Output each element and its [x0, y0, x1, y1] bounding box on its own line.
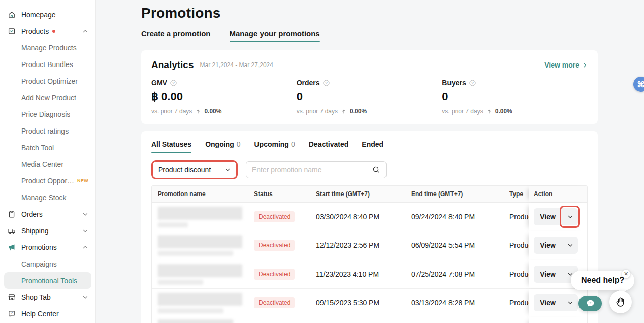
hand-cursor-icon — [609, 291, 632, 313]
promotion-search-input[interactable] — [252, 166, 372, 174]
sidebar-item-manage-products[interactable]: Manage Products — [0, 39, 95, 56]
sidebar-item-media-center[interactable]: Media Center — [0, 156, 95, 172]
sidebar-item-add-new-product[interactable]: Add New Product — [0, 89, 95, 106]
column-header-type: Type — [503, 186, 529, 202]
command-icon: ⌘ — [637, 80, 644, 89]
status-tab-label: Ended — [362, 140, 383, 148]
chevron-down-icon — [82, 294, 88, 300]
promotion-type-value: Product discount — [158, 166, 211, 174]
chevron-down-icon — [567, 242, 573, 248]
start-time: 11/23/2023 4:10 PM — [310, 260, 405, 288]
redacted-promotion-name — [158, 235, 242, 256]
status-tab-deactivated[interactable]: Deactivated — [309, 140, 349, 153]
metric-orders: Orders ? 0 vs. prior 7 days 0.00% — [297, 79, 442, 115]
metric-label: GMV — [151, 79, 167, 87]
start-time: 12/12/2023 2:56 PM — [310, 231, 405, 260]
table-row: Deactivated 12/12/2023 2:56 PM 06/09/202… — [152, 231, 587, 260]
svg-text:?: ? — [325, 81, 328, 85]
metric-value: ฿ 0.00 — [151, 90, 297, 103]
chevron-down-icon — [567, 300, 573, 306]
sidebar-item-label: Orders — [21, 210, 43, 218]
view-button[interactable]: View — [534, 266, 562, 283]
chevron-right-icon — [582, 62, 588, 68]
sidebar-item-price-diagnosis[interactable]: Price Diagnosis — [0, 106, 95, 122]
sidebar-item-promotional-tools[interactable]: Promotional Tools — [4, 272, 91, 289]
status-tab-label: All Statuses — [151, 140, 191, 148]
view-button[interactable]: View — [534, 237, 562, 254]
view-more-label: View more — [544, 61, 579, 69]
analytics-card: Analytics Mar 21,2024 - Mar 27,2024 View… — [141, 50, 598, 124]
promotion-type: Product discount — [503, 260, 529, 288]
shop-icon — [7, 293, 16, 301]
column-header-start-time: Start time (GMT+7) — [310, 186, 405, 202]
tab-create-a-promotion[interactable]: Create a promotion — [141, 29, 211, 42]
status-tab-count: 0 — [291, 140, 295, 148]
column-header-action: Action — [529, 186, 587, 202]
row-actions-dropdown-button[interactable] — [562, 294, 578, 311]
chevron-up-icon — [82, 28, 88, 34]
column-header-promotion-name: Promotion name — [152, 186, 248, 202]
table-row: 09.54.47 Deactivated 09/05/2023 12:54 PM… — [152, 317, 587, 323]
status-tab-ongoing[interactable]: Ongoing0 — [205, 140, 240, 153]
chevron-up-icon — [82, 244, 88, 250]
view-button[interactable]: View — [534, 294, 562, 311]
status-tab-all-statuses[interactable]: All Statuses — [151, 140, 191, 153]
row-actions-dropdown-button[interactable] — [562, 208, 578, 225]
search-icon[interactable] — [372, 166, 380, 174]
promotion-type-select[interactable]: Product discount — [153, 162, 236, 177]
promotions-tabs: Create a promotion Manage your promotion… — [141, 29, 598, 42]
sidebar-item-shop-tab[interactable]: Shop Tab — [0, 289, 95, 305]
help-circle-icon[interactable]: ? — [170, 80, 177, 86]
sidebar-item-label: Help Center — [21, 310, 59, 318]
sidebar-item-product-bundles[interactable]: Product Bundles — [0, 56, 95, 73]
redacted-promotion-name — [158, 293, 242, 313]
close-help-button[interactable]: ✕ — [622, 270, 630, 278]
arrow-up-icon — [341, 109, 346, 114]
chat-support-button[interactable] — [578, 296, 602, 311]
sidebar-item-label: Product ratings — [21, 127, 69, 135]
sidebar-item-campaigns[interactable]: Campaigns — [0, 255, 95, 272]
sidebar-item-label: Promotions — [21, 243, 57, 251]
help-center-icon: ? — [7, 309, 16, 318]
table-row: Deactivated 09/15/2023 5:30 PM 03/13/202… — [152, 289, 587, 317]
sidebar-item-product-opportunities[interactable]: Product Opportuniti... NEW — [0, 172, 95, 189]
sidebar-item-batch-tool[interactable]: Batch Tool — [0, 139, 95, 156]
row-actions-dropdown-button[interactable] — [562, 237, 578, 254]
sidebar-item-help-center[interactable]: ? Help Center — [0, 305, 95, 322]
analytics-title: Analytics — [151, 59, 194, 71]
sidebar-item-label: Homepage — [21, 11, 56, 19]
sidebar-item-label: Product Opportuniti... — [21, 177, 75, 185]
status-tabs: All Statuses Ongoing0 Upcoming0 Deactiva… — [151, 140, 588, 153]
sidebar-item-homepage[interactable]: Homepage — [0, 6, 95, 23]
help-circle-icon[interactable]: ? — [469, 80, 476, 86]
compare-label: vs. prior 7 days — [442, 108, 483, 115]
table-header-row: Promotion name Status Start time (GMT+7)… — [152, 186, 587, 203]
sidebar-item-label: Price Diagnosis — [21, 110, 70, 118]
page-title: Promotions — [141, 5, 598, 21]
redacted-promotion-name: 09.54.47 — [158, 319, 233, 323]
start-time: 03/30/2024 8:40 PM — [310, 203, 405, 231]
tab-manage-your-promotions[interactable]: Manage your promotions — [230, 29, 320, 42]
sidebar-item-label: Product Optimizer — [21, 77, 78, 85]
view-more-link[interactable]: View more — [544, 61, 588, 69]
status-tab-ended[interactable]: Ended — [362, 140, 383, 153]
promotions-megaphone-icon — [7, 243, 16, 251]
sidebar-item-promotions[interactable]: Promotions — [0, 239, 95, 255]
sidebar-item-manage-stock[interactable]: Manage Stock — [0, 189, 95, 206]
view-button[interactable]: View — [534, 208, 562, 225]
sidebar-item-label: Promotional Tools — [21, 277, 77, 285]
sidebar-item-product-ratings[interactable]: Product ratings — [0, 122, 95, 139]
sidebar-item-product-optimizer[interactable]: Product Optimizer — [0, 73, 95, 89]
sidebar-item-shipping[interactable]: Shipping — [0, 222, 95, 239]
help-circle-icon[interactable]: ? — [323, 80, 330, 86]
end-time: 03/13/2024 8:28 PM — [405, 289, 503, 317]
table-row: Deactivated 03/30/2024 8:40 PM 09/24/202… — [152, 203, 587, 231]
status-badge: Deactivated — [254, 297, 295, 308]
sidebar-item-orders[interactable]: Orders — [0, 206, 95, 222]
svg-text:?: ? — [172, 81, 175, 85]
promotion-search-box — [246, 161, 387, 178]
shipping-icon — [7, 226, 16, 235]
status-tab-label: Ongoing — [205, 140, 234, 148]
status-tab-upcoming[interactable]: Upcoming0 — [254, 140, 295, 153]
sidebar-item-products[interactable]: Products — [0, 23, 95, 39]
